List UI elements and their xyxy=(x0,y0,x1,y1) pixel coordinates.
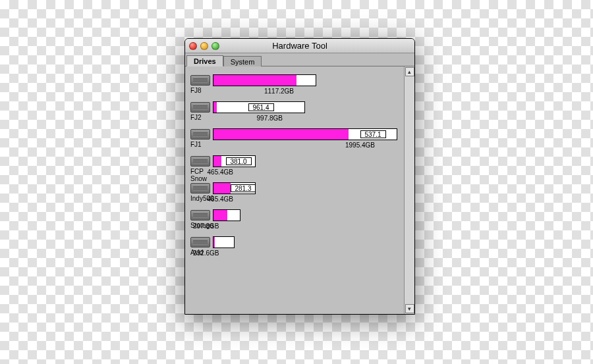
free-space-label: 281.3 xyxy=(231,184,256,192)
drive-list: FJ81117.2GB961.4FJ2997.8GB537.1FJ11995.4… xyxy=(185,66,414,257)
capacity-bar: 381.0 xyxy=(213,155,256,167)
used-fill xyxy=(213,237,215,247)
free-space-label: 961.4 xyxy=(248,103,274,111)
drive-icon[interactable] xyxy=(190,129,210,140)
titlebar[interactable]: Hardware Tool xyxy=(185,39,414,53)
capacity-label: 1117.2GB xyxy=(264,88,294,95)
drive-icon[interactable] xyxy=(190,183,210,194)
free-space-label: 381.0 xyxy=(226,157,252,165)
drive-name: Avid xyxy=(190,249,213,256)
drive-row: 537.1FJ11995.4GB xyxy=(190,128,403,149)
drive-row: FJ81117.2GB xyxy=(190,74,403,95)
capacity-label: 1995.4GB xyxy=(345,142,375,149)
tab-system[interactable]: System xyxy=(223,56,262,66)
drive-name: FCP Snow xyxy=(190,168,213,182)
used-fill xyxy=(213,156,221,167)
used-fill xyxy=(213,102,217,113)
capacity-bar: 961.4 xyxy=(213,101,305,113)
capacity-bar xyxy=(213,209,240,221)
drive-icon[interactable] xyxy=(190,237,210,247)
drive-icon[interactable] xyxy=(190,156,210,167)
drive-row: Avid232.6GB xyxy=(190,236,403,257)
capacity-bar: 281.3 xyxy=(213,182,256,194)
content-pane: FJ81117.2GB961.4FJ2997.8GB537.1FJ11995.4… xyxy=(185,66,414,314)
drive-name: FJ2 xyxy=(190,114,213,121)
window-title: Hardware Tool xyxy=(185,41,414,51)
drive-icon[interactable] xyxy=(190,75,210,86)
tab-bar: Drives System xyxy=(185,53,414,66)
used-fill xyxy=(213,210,227,221)
drive-name: Storage xyxy=(190,222,213,229)
tab-drives[interactable]: Drives xyxy=(186,55,223,66)
drive-icon[interactable] xyxy=(190,210,210,221)
minimize-icon[interactable] xyxy=(200,42,208,50)
hardware-tool-window: Hardware Tool Drives System FJ81117.2GB9… xyxy=(184,38,415,315)
scroll-down-icon[interactable]: ▾ xyxy=(405,304,414,313)
scroll-up-icon[interactable]: ▴ xyxy=(405,67,414,76)
scrollbar-vertical[interactable]: ▴ ▾ xyxy=(404,66,414,314)
window-controls xyxy=(189,42,219,50)
drive-row: 281.3Indy500465.4GB xyxy=(190,182,403,203)
used-fill xyxy=(213,183,231,194)
free-space-label: 537.1 xyxy=(360,130,386,138)
capacity-bar xyxy=(213,74,316,86)
capacity-bar: 537.1 xyxy=(213,128,397,140)
drive-name: FJ8 xyxy=(190,87,213,94)
capacity-bar xyxy=(213,236,235,248)
drive-name: FJ1 xyxy=(190,141,213,148)
close-icon[interactable] xyxy=(189,42,197,50)
drive-row: Storage297.8GB xyxy=(190,209,403,230)
used-fill xyxy=(213,129,349,140)
drive-name: Indy500 xyxy=(190,195,213,202)
drive-icon[interactable] xyxy=(190,102,210,113)
drive-row: 961.4FJ2997.8GB xyxy=(190,101,403,122)
capacity-label: 997.8GB xyxy=(257,115,283,122)
used-fill xyxy=(213,75,296,86)
drive-row: 381.0FCP Snow465.4GB xyxy=(190,155,403,176)
zoom-icon[interactable] xyxy=(212,42,219,50)
